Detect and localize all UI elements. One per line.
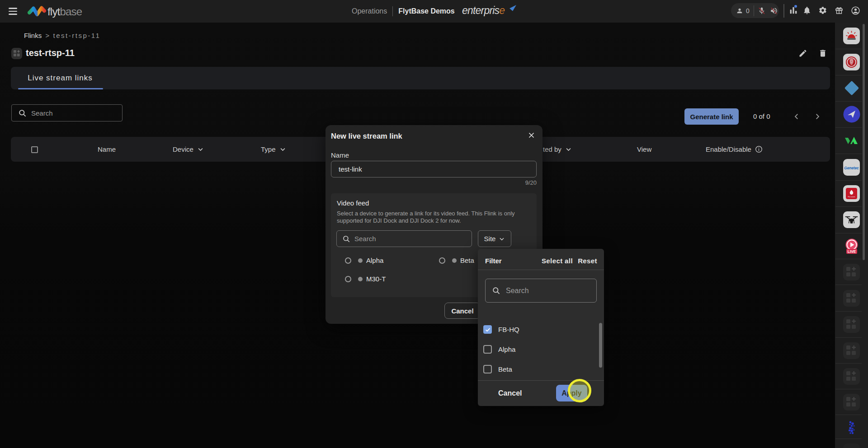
svg-text:LIVE: LIVE [847,249,856,254]
svg-text:enterprise: enterprise [462,5,505,16]
svg-text:Fire alarm: Fire alarm [848,196,855,197]
svg-text:Genetec: Genetec [844,166,859,170]
